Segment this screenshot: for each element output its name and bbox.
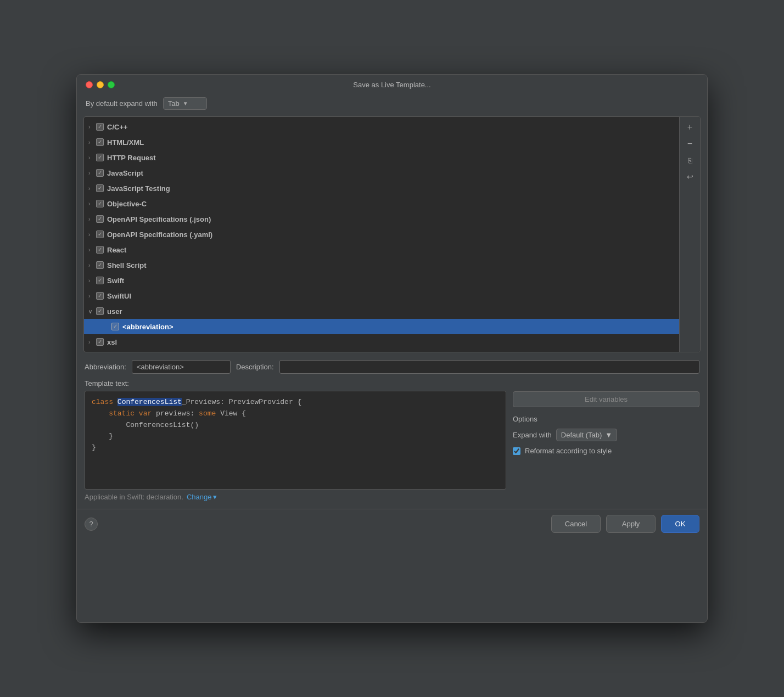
window-title: Save as Live Template...: [353, 81, 430, 89]
add-button[interactable]: +: [683, 120, 697, 134]
tree-item-js[interactable]: › JavaScript: [84, 165, 679, 181]
checkbox-jst[interactable]: [96, 184, 104, 192]
reformat-row: Reformat according to style: [513, 447, 699, 455]
code-line-3: ConferencesList(): [92, 420, 499, 431]
checkbox-abbreviation[interactable]: [111, 323, 119, 330]
item-label-html: HTML/XML: [107, 138, 144, 147]
help-button[interactable]: ?: [85, 518, 98, 531]
item-label-shell: Shell Script: [107, 261, 147, 269]
chevron-down-icon: ∨: [88, 308, 96, 314]
cancel-button[interactable]: Cancel: [551, 515, 601, 533]
expand-with-value: Default (Tab): [561, 431, 602, 439]
chevron-right-icon: ›: [88, 232, 96, 238]
tree-item-openapi-json[interactable]: › OpenAPI Specifications (.json): [84, 211, 679, 227]
chevron-right-icon: ›: [88, 201, 96, 207]
checkbox-react[interactable]: [96, 246, 104, 254]
item-label-cpp: C/C++: [107, 123, 128, 131]
maximize-button[interactable]: [108, 81, 115, 88]
item-label-react: React: [107, 246, 126, 254]
tree-item-react[interactable]: › React: [84, 242, 679, 257]
checkbox-cpp[interactable]: [96, 123, 104, 131]
apply-button[interactable]: Apply: [606, 515, 656, 533]
applicable-text: Applicable in Swift: declaration.: [85, 493, 183, 501]
change-arrow-icon: ▾: [213, 493, 217, 501]
dialog-window: Save as Live Template... By default expa…: [76, 74, 708, 623]
checkbox-objc[interactable]: [96, 200, 104, 207]
applicable-row: Applicable in Swift: declaration. Change…: [85, 493, 506, 501]
change-link[interactable]: Change ▾: [187, 493, 217, 501]
close-button[interactable]: [86, 81, 93, 88]
checkbox-swift[interactable]: [96, 277, 104, 284]
code-line-5: }: [92, 442, 499, 454]
minimize-button[interactable]: [97, 81, 104, 88]
abbreviation-input[interactable]: [132, 360, 231, 374]
tree-item-abbreviation[interactable]: <abbreviation>: [84, 319, 679, 334]
tree-item-openapi-yaml[interactable]: › OpenAPI Specifications (.yaml): [84, 227, 679, 242]
chevron-right-icon: ›: [88, 262, 96, 268]
chevron-down-icon: ▼: [605, 431, 612, 439]
tree-item-swift[interactable]: › Swift: [84, 273, 679, 288]
sidebar-buttons: + − ⎘ ↩: [679, 117, 700, 352]
field-row: Abbreviation: Description:: [85, 360, 699, 374]
item-label-abbreviation: <abbreviation>: [122, 323, 173, 331]
help-label: ?: [89, 520, 93, 528]
tree-item-jst[interactable]: › JavaScript Testing: [84, 181, 679, 196]
tree-item-http[interactable]: › HTTP Request: [84, 150, 679, 165]
description-input[interactable]: [279, 360, 699, 374]
item-label-swift: Swift: [107, 277, 124, 285]
footer: ? Cancel Apply OK: [77, 509, 707, 541]
expand-value: Tab: [168, 99, 180, 108]
chevron-right-icon: ›: [88, 339, 96, 345]
checkbox-user[interactable]: [96, 307, 104, 315]
checkbox-openapi-yaml[interactable]: [96, 231, 104, 238]
chevron-right-icon: ›: [88, 278, 96, 284]
chevron-right-icon: ›: [88, 216, 96, 222]
chevron-right-icon: ›: [88, 293, 96, 299]
item-label-jst: JavaScript Testing: [107, 184, 170, 193]
tree-item-html[interactable]: › HTML/XML: [84, 134, 679, 150]
tree-item-swiftui[interactable]: › SwiftUI: [84, 288, 679, 303]
copy-button[interactable]: ⎘: [683, 153, 697, 167]
revert-button[interactable]: ↩: [683, 170, 697, 184]
tree-item-cpp[interactable]: › C/C++: [84, 119, 679, 134]
tree-item-objc[interactable]: › Objective-C: [84, 196, 679, 211]
checkbox-openapi-json[interactable]: [96, 215, 104, 223]
ok-button[interactable]: OK: [661, 515, 699, 533]
item-label-openapi-json: OpenAPI Specifications (.json): [107, 215, 211, 223]
code-line-4: }: [92, 431, 499, 442]
reformat-checkbox[interactable]: [513, 447, 520, 455]
template-section: Template text: class ConferencesList_Pre…: [85, 379, 699, 501]
chevron-right-icon: ›: [88, 124, 96, 130]
checkbox-js[interactable]: [96, 169, 104, 177]
edit-variables-label: Edit variables: [585, 395, 628, 403]
tree-item-xsl[interactable]: › xsl: [84, 334, 679, 350]
edit-variables-button[interactable]: Edit variables: [513, 391, 699, 407]
expand-with-label: Expand with: [513, 431, 552, 439]
expand-label: By default expand with: [86, 99, 158, 108]
chevron-right-icon: ›: [88, 139, 96, 145]
remove-button[interactable]: −: [683, 137, 697, 151]
item-label-openapi-yaml: OpenAPI Specifications (.yaml): [107, 231, 212, 239]
expand-row: Expand with Default (Tab) ▼: [513, 429, 699, 441]
tree-item-shell[interactable]: › Shell Script: [84, 257, 679, 273]
description-label: Description:: [236, 363, 274, 371]
code-line-2: static var previews: some View {: [92, 408, 499, 420]
header-row: By default expand with Tab ▼: [77, 93, 707, 116]
template-left: Template text: class ConferencesList_Pre…: [85, 379, 506, 501]
item-label-http: HTTP Request: [107, 154, 156, 162]
expand-dropdown[interactable]: Tab ▼: [163, 97, 207, 110]
chevron-right-icon: ›: [88, 247, 96, 253]
checkbox-xsl[interactable]: [96, 338, 104, 346]
item-label-objc: Objective-C: [107, 200, 147, 208]
checkbox-shell[interactable]: [96, 261, 104, 269]
tree-container: › C/C++ › HTML/XML › HTTP Request › Java…: [84, 117, 679, 352]
expand-with-dropdown[interactable]: Default (Tab) ▼: [556, 429, 617, 441]
item-label-swiftui: SwiftUI: [107, 292, 131, 300]
item-label-xsl: xsl: [107, 338, 117, 346]
checkbox-html[interactable]: [96, 138, 104, 146]
checkbox-swiftui[interactable]: [96, 292, 104, 300]
checkbox-http[interactable]: [96, 154, 104, 161]
tree-item-user[interactable]: ∨ user: [84, 303, 679, 319]
options-section: Options Expand with Default (Tab) ▼ Refo…: [513, 415, 699, 455]
code-editor[interactable]: class ConferencesList_Previews: PreviewP…: [85, 391, 506, 490]
